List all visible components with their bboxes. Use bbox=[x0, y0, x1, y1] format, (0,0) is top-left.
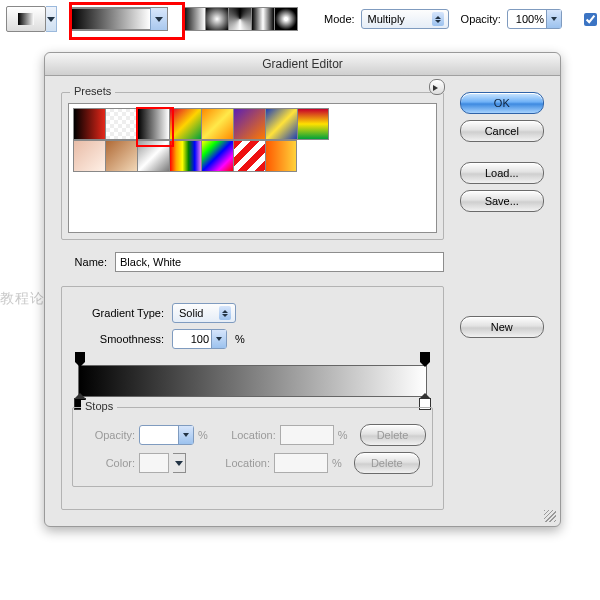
gradient-style-group bbox=[182, 7, 298, 31]
gradient-type-label: Gradient Type: bbox=[72, 307, 164, 319]
opacity-label: Opacity: bbox=[461, 13, 501, 25]
stop-color-label: Color: bbox=[79, 457, 135, 469]
opacity-field[interactable] bbox=[507, 9, 562, 29]
smoothness-input[interactable] bbox=[173, 333, 211, 345]
dialog-title: Gradient Editor bbox=[45, 53, 560, 76]
options-bar: Mode: Multiply Opacity: Reverse bbox=[0, 2, 600, 36]
mode-label: Mode: bbox=[324, 13, 355, 25]
linear-gradient-button[interactable] bbox=[182, 7, 206, 31]
svg-rect-0 bbox=[18, 13, 34, 25]
presets-flyout-icon[interactable] bbox=[429, 79, 445, 95]
stop-location-label: Location: bbox=[220, 429, 276, 441]
stop-opacity-label: Opacity: bbox=[79, 429, 135, 441]
preset-swatch[interactable] bbox=[201, 108, 233, 140]
name-label: Name: bbox=[61, 256, 107, 268]
percent-unit: % bbox=[198, 429, 208, 441]
preset-swatch[interactable] bbox=[233, 108, 265, 140]
preset-swatch[interactable] bbox=[201, 140, 233, 172]
gradient-type-dropdown[interactable]: Solid bbox=[172, 303, 236, 323]
preset-swatch[interactable] bbox=[137, 108, 169, 140]
stop-color-dropdown[interactable] bbox=[173, 453, 186, 473]
preset-swatch[interactable] bbox=[105, 140, 137, 172]
cancel-button[interactable]: Cancel bbox=[460, 120, 544, 142]
reflected-gradient-button[interactable] bbox=[252, 7, 275, 31]
ok-button[interactable]: OK bbox=[460, 92, 544, 114]
radial-gradient-button[interactable] bbox=[206, 7, 229, 31]
stop-location-input[interactable] bbox=[280, 425, 334, 445]
opacity-input[interactable] bbox=[508, 13, 546, 25]
reverse-check[interactable] bbox=[584, 13, 597, 26]
diamond-gradient-button[interactable] bbox=[275, 7, 298, 31]
opacity-stop-right[interactable] bbox=[420, 352, 430, 362]
gradient-picker-dropdown[interactable] bbox=[150, 8, 167, 30]
stop-opacity-input[interactable] bbox=[140, 429, 178, 441]
stops-fieldset: Stops Opacity: % Location: % Delete bbox=[72, 407, 433, 487]
presets-grid[interactable] bbox=[68, 103, 437, 233]
gradient-picker[interactable] bbox=[69, 7, 168, 31]
preset-swatch[interactable] bbox=[137, 140, 169, 172]
preset-swatch[interactable] bbox=[233, 140, 265, 172]
load-button[interactable]: Load... bbox=[460, 162, 544, 184]
mode-dropdown[interactable]: Multiply bbox=[361, 9, 449, 29]
preset-swatch[interactable] bbox=[169, 140, 201, 172]
presets-legend: Presets bbox=[70, 85, 115, 97]
gradient-type-value: Solid bbox=[179, 307, 215, 319]
mode-value: Multiply bbox=[368, 13, 428, 25]
gradient-editor-dialog: Gradient Editor Presets bbox=[44, 52, 561, 527]
stop-location-label: Location: bbox=[214, 457, 270, 469]
stop-color-swatch[interactable] bbox=[139, 453, 169, 473]
stops-legend: Stops bbox=[81, 400, 117, 412]
reverse-checkbox[interactable]: Reverse bbox=[580, 10, 600, 29]
angle-gradient-button[interactable] bbox=[229, 7, 252, 31]
preset-swatch[interactable] bbox=[265, 140, 297, 172]
name-input[interactable] bbox=[115, 252, 444, 272]
delete-opacity-stop-button[interactable]: Delete bbox=[360, 424, 426, 446]
opacity-stop-left[interactable] bbox=[75, 352, 85, 362]
stop-color-location-input[interactable] bbox=[274, 453, 328, 473]
updown-icon bbox=[432, 12, 444, 26]
tool-preset-button[interactable] bbox=[6, 6, 46, 32]
gradient-swatch bbox=[70, 8, 150, 30]
save-button[interactable]: Save... bbox=[460, 190, 544, 212]
resize-handle-icon[interactable] bbox=[544, 510, 556, 522]
new-button[interactable]: New bbox=[460, 316, 544, 338]
percent-unit: % bbox=[332, 457, 342, 469]
preset-swatch[interactable] bbox=[73, 108, 105, 140]
preset-swatch[interactable] bbox=[297, 108, 329, 140]
preset-swatch[interactable] bbox=[105, 108, 137, 140]
presets-fieldset: Presets bbox=[61, 92, 444, 240]
preset-swatch[interactable] bbox=[73, 140, 105, 172]
percent-unit: % bbox=[338, 429, 348, 441]
stop-opacity-field[interactable] bbox=[139, 425, 194, 445]
smoothness-label: Smoothness: bbox=[72, 333, 164, 345]
delete-color-stop-button[interactable]: Delete bbox=[354, 452, 420, 474]
gradient-bar[interactable] bbox=[78, 365, 427, 397]
preset-swatch[interactable] bbox=[169, 108, 201, 140]
preset-swatch[interactable] bbox=[265, 108, 297, 140]
smoothness-field[interactable] bbox=[172, 329, 227, 349]
opacity-dropdown-icon[interactable] bbox=[546, 10, 561, 28]
updown-icon bbox=[219, 306, 231, 320]
dropdown-icon[interactable] bbox=[211, 330, 226, 348]
dropdown-icon[interactable] bbox=[178, 426, 193, 444]
smoothness-unit: % bbox=[235, 333, 245, 345]
tool-preset-menu[interactable] bbox=[46, 6, 57, 32]
